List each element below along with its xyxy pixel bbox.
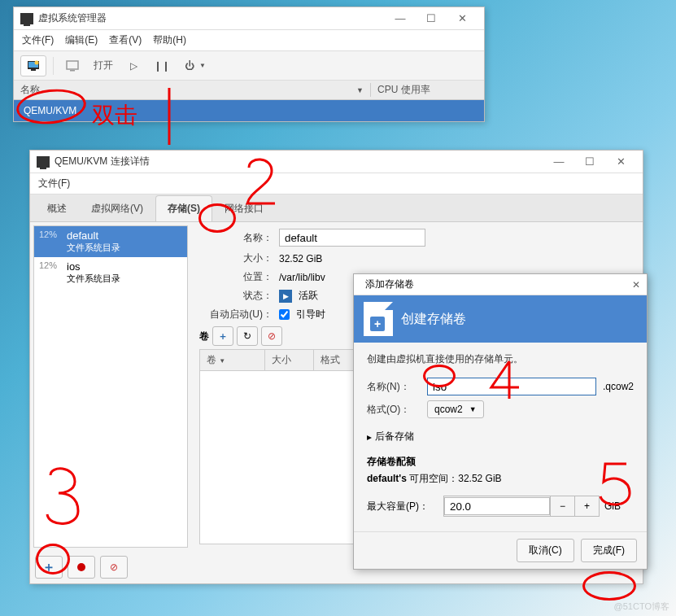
sort-icon[interactable]: ▼ <box>356 86 370 94</box>
pool-usage: 12% <box>39 260 62 285</box>
open-button[interactable]: 打开 <box>88 55 119 76</box>
menu-edit[interactable]: 编辑(E) <box>65 33 98 47</box>
shutdown-dropdown[interactable]: ⏻▼ <box>179 55 212 76</box>
start-pool-button[interactable] <box>68 556 95 579</box>
add-volume-dialog: 添加存储卷 ✕ + 创建存储卷 创建由虚拟机直接使用的存储单元。 名称(N)： … <box>353 273 648 570</box>
window-title: QEMU/KVM 连接详情 <box>55 155 543 168</box>
pool-size: 32.52 GiB <box>279 253 322 264</box>
dialog-title: 添加存储卷 <box>365 277 414 291</box>
menu-file[interactable]: 文件(F) <box>38 177 70 190</box>
triangle-right-icon: ▸ <box>367 431 372 443</box>
console-icon[interactable] <box>60 55 85 76</box>
svg-rect-2 <box>31 69 36 71</box>
maximize-button[interactable]: ☐ <box>574 152 605 172</box>
connection-label: QEMU/KVM <box>24 105 76 116</box>
pool-item-ios[interactable]: 12% ios 文件系统目录 <box>34 257 187 288</box>
minimize-button[interactable]: — <box>543 152 574 172</box>
finish-button[interactable]: 完成(F) <box>581 539 637 562</box>
pool-usage: 12% <box>39 229 62 254</box>
unit-label: GiB <box>604 500 621 512</box>
col-volume[interactable]: 卷 ▼ <box>200 350 265 370</box>
volume-name-input[interactable] <box>427 378 596 395</box>
vm-list-header: 名称 ▼ CPU 使用率 <box>14 81 484 100</box>
menu-help[interactable]: 帮助(H) <box>153 33 186 47</box>
label-size: 大小： <box>199 251 273 265</box>
col-name[interactable]: 名称 <box>20 83 40 97</box>
autostart-checkbox[interactable] <box>279 309 290 320</box>
delete-pool-button[interactable]: ⊘ <box>100 556 128 579</box>
chevron-down-icon: ▼ <box>469 405 477 413</box>
autostart-text: 引导时 <box>296 308 325 321</box>
menubar: 文件(F) 编辑(E) 查看(V) 帮助(H) <box>14 30 484 51</box>
close-button[interactable]: ✕ <box>447 9 478 28</box>
pool-name: default <box>67 229 120 242</box>
toolbar: 打开 ▷ ❙❙ ⏻▼ <box>14 51 484 81</box>
increment-button[interactable]: + <box>574 496 599 516</box>
col-cpu[interactable]: CPU 使用率 <box>370 83 484 97</box>
titlebar: 虚拟系统管理器 — ☐ ✕ <box>14 7 484 30</box>
pool-name-input[interactable] <box>279 229 425 247</box>
close-button[interactable]: ✕ <box>632 279 640 291</box>
dialog-description: 创建由虚拟机直接使用的存储单元。 <box>367 352 634 366</box>
max-capacity-spinner[interactable]: − + <box>443 496 600 517</box>
cancel-button[interactable]: 取消(C) <box>517 539 574 562</box>
quota-heading: 存储卷配额 <box>367 455 634 469</box>
add-volume-button[interactable]: ＋ <box>212 326 233 346</box>
titlebar: QEMU/KVM 连接详情 — ☐ ✕ <box>30 151 643 173</box>
quota-info: default's 可用空间：32.52 GiB <box>367 472 634 486</box>
window-title: 虚拟系统管理器 <box>38 11 385 25</box>
label-format: 格式(O)： <box>367 403 421 417</box>
dialog-header: + 创建存储卷 <box>354 295 647 343</box>
label-max-capacity: 最大容量(P)： <box>367 500 438 513</box>
svg-point-3 <box>35 60 39 64</box>
watermark: @51CTO博客 <box>614 601 669 613</box>
pool-name: ios <box>67 260 120 273</box>
menu-file[interactable]: 文件(F) <box>22 33 54 47</box>
label-name: 名称(N)： <box>367 380 421 394</box>
pool-type: 文件系统目录 <box>67 273 120 285</box>
maximize-button[interactable]: ☐ <box>416 9 447 28</box>
svg-rect-4 <box>67 61 78 69</box>
tabs: 概述 虚拟网络(V) 存储(S) 网络接口 <box>30 194 643 222</box>
pool-list: 12% default 文件系统目录 12% ios 文件系统目录 <box>33 225 188 548</box>
new-vm-button[interactable] <box>20 55 46 76</box>
connection-row[interactable]: QEMU/KVM <box>14 100 484 121</box>
label-name: 名称： <box>199 231 273 245</box>
dialog-heading: 创建存储卷 <box>401 311 466 328</box>
label-autostart: 自动启动(U)： <box>199 308 273 321</box>
menu-view[interactable]: 查看(V) <box>109 33 142 47</box>
svg-rect-5 <box>70 70 75 72</box>
pause-button[interactable]: ❙❙ <box>148 55 176 76</box>
max-capacity-input[interactable] <box>444 497 550 515</box>
label-state: 状态： <box>199 289 273 303</box>
tab-overview[interactable]: 概述 <box>35 195 79 221</box>
decrement-button[interactable]: − <box>550 496 574 516</box>
new-document-icon: + <box>364 302 393 336</box>
pool-type: 文件系统目录 <box>67 242 120 254</box>
app-icon <box>20 13 33 24</box>
pool-item-default[interactable]: 12% default 文件系统目录 <box>34 226 187 257</box>
pool-location: /var/lib/libv <box>279 272 325 283</box>
tab-storage[interactable]: 存储(S) <box>155 195 212 221</box>
pool-state: 活跃 <box>299 289 318 303</box>
extension-label: .qcow2 <box>603 381 634 392</box>
run-button[interactable]: ▷ <box>122 55 145 76</box>
state-icon: ▶ <box>279 290 292 303</box>
label-location: 位置： <box>199 270 273 284</box>
refresh-button[interactable]: ↻ <box>237 326 258 346</box>
menubar: 文件(F) <box>30 173 643 194</box>
minimize-button[interactable]: — <box>385 9 416 28</box>
label-volumes: 卷 <box>199 330 209 343</box>
delete-volume-button[interactable]: ⊘ <box>261 326 282 346</box>
tab-network-interfaces[interactable]: 网络接口 <box>212 195 276 221</box>
tab-virtual-networks[interactable]: 虚拟网络(V) <box>79 195 155 221</box>
virt-manager-window: 虚拟系统管理器 — ☐ ✕ 文件(F) 编辑(E) 查看(V) 帮助(H) 打开… <box>13 7 485 122</box>
format-dropdown[interactable]: qcow2 ▼ <box>427 400 484 418</box>
dialog-titlebar: 添加存储卷 ✕ <box>354 274 647 295</box>
close-button[interactable]: ✕ <box>605 152 636 172</box>
add-pool-button[interactable]: ＋ <box>35 556 63 579</box>
app-icon <box>37 156 50 168</box>
col-size[interactable]: 大小 <box>265 350 314 370</box>
backing-store-expander[interactable]: ▸ 后备存储 <box>367 430 634 443</box>
